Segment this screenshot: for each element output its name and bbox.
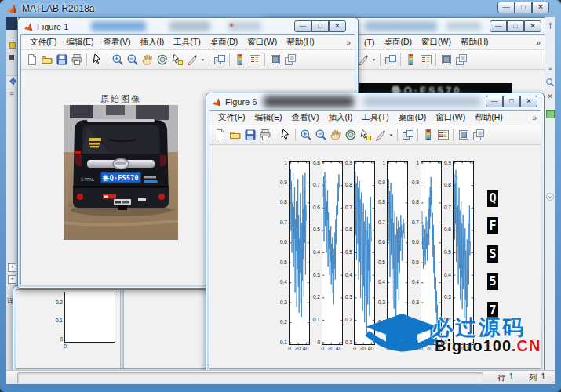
resize-grip[interactable]: ⋱	[548, 376, 554, 383]
dock-icon[interactable]	[268, 53, 282, 67]
colorbar-icon[interactable]	[403, 53, 418, 67]
main-minimize-button[interactable]: —	[497, 2, 515, 13]
figure6-subplot-6	[453, 161, 474, 345]
pin-icon[interactable]	[545, 20, 556, 31]
subplot-1-ytick: 0.2	[273, 319, 287, 325]
menu-lines-icon[interactable]: ≡	[6, 88, 17, 99]
undock-icon[interactable]	[471, 128, 486, 143]
menu-item-5[interactable]: 桌面(D)	[206, 36, 242, 49]
collapse-circle-icon[interactable]	[545, 191, 556, 202]
bg-minimize-button[interactable]: —	[490, 20, 507, 32]
menu-item-4[interactable]: 工具(T)	[358, 111, 392, 124]
zoom-out-icon[interactable]	[125, 53, 140, 67]
pan-hand-icon[interactable]	[140, 53, 155, 67]
menu-item-5[interactable]: 桌面(D)	[395, 111, 431, 124]
legend-icon[interactable]	[435, 128, 450, 143]
figure1-titlebar[interactable]: Figure 1 — □ ✕	[18, 18, 358, 34]
undock-icon[interactable]	[282, 53, 297, 67]
new-doc-icon[interactable]	[213, 128, 228, 143]
dock-icon[interactable]	[456, 128, 471, 143]
brush-icon[interactable]	[184, 53, 199, 67]
subplot-6-ytick: 0.9	[437, 160, 451, 165]
menu-item-6[interactable]: 窗口(W)	[432, 111, 469, 124]
toolbar-separator	[453, 129, 454, 141]
menu-item-3[interactable]: 插入(I)	[136, 36, 168, 49]
data-cursor-icon[interactable]	[169, 53, 184, 67]
menu-item-1[interactable]: 桌面(D)	[380, 36, 416, 49]
bg-maximize-button[interactable]: □	[507, 20, 524, 32]
menu-item-0[interactable]: 文件(F)	[26, 36, 60, 49]
menu-item-0[interactable]: 文件(F)	[214, 111, 249, 124]
expand-box2[interactable]: +	[8, 275, 16, 284]
car-image: X-TRAIL 鲁Q·FS570	[64, 105, 178, 240]
caret-down-icon[interactable]	[370, 53, 377, 67]
main-titlebar[interactable]: MATLAB R2018a — □ ✕	[0, 0, 561, 17]
undock-icon[interactable]	[454, 53, 468, 67]
figure1-minimize-button[interactable]: —	[294, 20, 311, 32]
save-icon[interactable]	[54, 53, 69, 67]
rotate-3d-icon[interactable]	[155, 53, 169, 67]
menu-item-2[interactable]: 查看(V)	[99, 36, 134, 49]
figure6-title: Figure 6	[225, 97, 257, 107]
caret-down-icon[interactable]	[388, 128, 395, 143]
open-folder-icon[interactable]	[39, 53, 54, 67]
link-plots-icon[interactable]	[383, 53, 398, 67]
zoom-in-icon[interactable]	[298, 128, 313, 143]
menu-item-3[interactable]: 插入(I)	[324, 111, 356, 124]
figure6-maximize-button[interactable]: □	[503, 96, 520, 107]
menu-item-1[interactable]: 编辑(E)	[62, 36, 97, 49]
menu-overflow-chevron[interactable]: »	[536, 38, 541, 47]
subplot-5-ytick: 1	[405, 160, 419, 165]
small-axes-ytick: 0.1	[49, 318, 63, 323]
cursor-icon[interactable]	[278, 128, 293, 143]
legend-icon[interactable]	[418, 53, 433, 67]
open-folder-icon[interactable]	[228, 128, 242, 143]
search-icon[interactable]	[545, 77, 556, 88]
menu-item-0[interactable]: (T)	[360, 37, 378, 48]
subplot-6-ytick: 0.1	[437, 339, 451, 345]
legend-icon[interactable]	[247, 53, 262, 67]
menu-item-7[interactable]: 帮助(H)	[471, 111, 507, 124]
rotate-3d-icon[interactable]	[343, 128, 358, 143]
close-icon[interactable]: ✕	[545, 91, 556, 102]
new-doc-icon[interactable]	[24, 53, 39, 67]
figure1-close-button[interactable]: ✕	[329, 20, 346, 32]
scroll-up-icon[interactable]	[545, 63, 556, 74]
link-plots-icon[interactable]	[212, 53, 227, 67]
zoom-out-icon[interactable]	[313, 128, 328, 143]
subplot-3-ytick: 0.2	[338, 317, 352, 322]
menu-overflow-chevron[interactable]: »	[346, 38, 351, 47]
link-plots-icon[interactable]	[400, 128, 415, 143]
menu-item-4[interactable]: 工具(T)	[169, 36, 204, 49]
colorbar-icon[interactable]	[421, 128, 435, 143]
figure6-titlebar[interactable]: Figure 6 — □ ✕	[206, 93, 544, 110]
back-arrow-icon[interactable]	[6, 75, 17, 86]
print-icon[interactable]	[69, 53, 84, 67]
menu-item-2[interactable]: 查看(V)	[287, 111, 322, 124]
small-axes-ytick: 0	[49, 336, 63, 342]
expand-box[interactable]: +	[8, 263, 16, 272]
menu-item-2[interactable]: 窗口(W)	[417, 36, 455, 49]
zoom-in-icon[interactable]	[110, 53, 125, 67]
save-icon[interactable]	[242, 128, 257, 143]
menu-item-1[interactable]: 编辑(E)	[250, 111, 286, 124]
caret-down-icon[interactable]	[199, 53, 206, 67]
figure6-minimize-button[interactable]: —	[486, 96, 503, 107]
menu-item-3[interactable]: 帮助(H)	[457, 36, 493, 49]
main-maximize-button[interactable]: □	[515, 2, 532, 13]
dock-icon[interactable]	[439, 53, 454, 67]
matlab-logo-icon	[6, 3, 17, 14]
menu-item-7[interactable]: 帮助(H)	[282, 36, 319, 49]
data-cursor-icon[interactable]	[358, 128, 373, 143]
brush-icon[interactable]	[373, 128, 388, 143]
cursor-icon[interactable]	[89, 53, 104, 67]
pan-hand-icon[interactable]	[328, 128, 343, 143]
menu-overflow-chevron[interactable]: »	[532, 114, 537, 122]
main-close-button[interactable]: ✕	[532, 2, 549, 13]
print-icon[interactable]	[257, 128, 272, 143]
menu-item-6[interactable]: 窗口(W)	[243, 36, 281, 49]
figure1-maximize-button[interactable]: □	[311, 20, 329, 32]
bg-close-button[interactable]: ✕	[524, 20, 541, 32]
figure6-close-button[interactable]: ✕	[520, 96, 537, 107]
colorbar-icon[interactable]	[232, 53, 247, 67]
